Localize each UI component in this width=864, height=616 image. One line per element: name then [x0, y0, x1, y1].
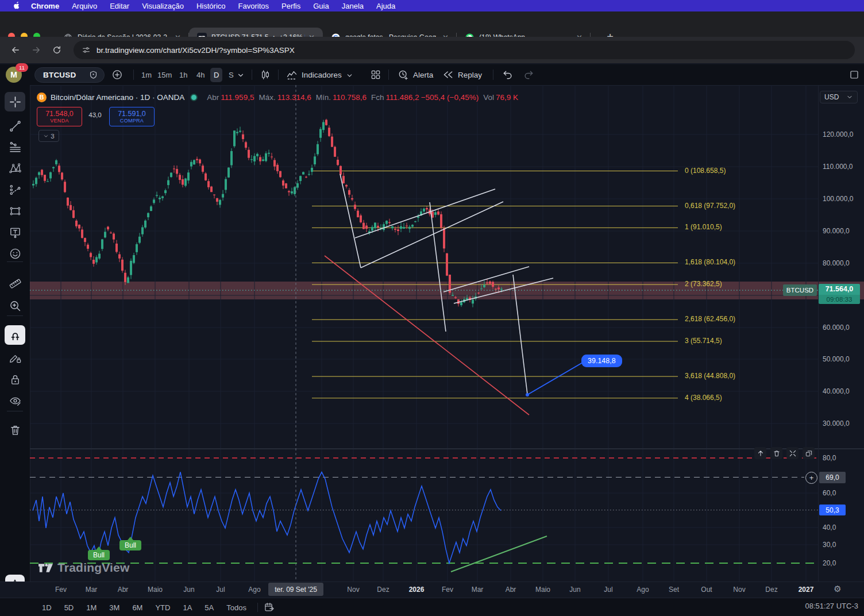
back-icon[interactable]: [10, 45, 21, 55]
macos-menu-bar: ChromeArquivoEditarVisualizaçãoHistórico…: [0, 0, 864, 11]
currency-selector[interactable]: USD: [820, 91, 858, 103]
indicators-button[interactable]: Indicadores: [286, 67, 353, 82]
flag-icon[interactable]: [88, 70, 98, 80]
layout-grid-icon[interactable]: [370, 69, 381, 80]
timeframe-4h[interactable]: 4h: [193, 68, 208, 82]
session-clock[interactable]: 08:51:27 UTC-3: [805, 602, 859, 610]
axis-price-label: 90.000,0: [823, 227, 850, 235]
tool-lock-all[interactable]: [5, 369, 25, 389]
fib-level-label[interactable]: 3 (55.714,5): [685, 337, 722, 345]
reload-icon[interactable]: [52, 45, 62, 55]
timeframe-1h[interactable]: 1h: [176, 68, 191, 82]
apple-icon[interactable]: [13, 2, 21, 10]
restore-pane-button[interactable]: [803, 447, 815, 459]
compare-add-icon[interactable]: [111, 69, 123, 80]
tool-forecast[interactable]: [5, 180, 25, 199]
maximize-pane-button[interactable]: [786, 447, 799, 459]
menu-item-ajuda[interactable]: Ajuda: [376, 2, 395, 10]
tool-emoji[interactable]: [5, 244, 25, 263]
range-3m[interactable]: 3M: [105, 602, 124, 614]
target-price-label[interactable]: 39.148,8: [581, 355, 622, 367]
replay-button[interactable]: Replay: [442, 67, 482, 82]
site-info-icon[interactable]: [82, 45, 91, 55]
tool-hide-drawings[interactable]: [5, 391, 25, 410]
tool-pencil-lock[interactable]: [5, 348, 25, 367]
fib-level-label[interactable]: 0 (108.658,5): [685, 167, 726, 175]
bull-signal-label[interactable]: Bull: [88, 550, 110, 560]
add-alert-plus-icon[interactable]: +: [805, 472, 817, 484]
alert-button[interactable]: Alerta: [398, 67, 433, 82]
tool-ruler[interactable]: [5, 274, 25, 293]
bitcoin-icon: B: [37, 93, 47, 102]
range-todos[interactable]: Todos: [222, 602, 250, 614]
timeframe-1m[interactable]: 1m: [138, 68, 155, 82]
fib-level-label[interactable]: 2,618 (62.456,0): [685, 315, 735, 323]
symbol-search-box[interactable]: BTCUSD: [34, 67, 105, 83]
menu-item-perfis[interactable]: Perfis: [281, 2, 300, 10]
menu-item-janela[interactable]: Janela: [342, 2, 364, 10]
menu-item-chrome[interactable]: Chrome: [31, 2, 59, 10]
fib-level-label[interactable]: 1 (91.010,5): [685, 223, 722, 231]
tool-rectangle[interactable]: [5, 201, 25, 221]
currency-value: USD: [824, 93, 839, 101]
bottom-toolbar: 1D5D1M3M6MYTD1A5ATodos: [0, 598, 864, 616]
move-pane-up-button[interactable]: [754, 447, 766, 459]
menu-item-favoritos[interactable]: Favoritos: [238, 2, 269, 10]
range-6m[interactable]: 6M: [128, 602, 146, 614]
delete-pane-button[interactable]: [770, 447, 782, 459]
undo-icon[interactable]: [502, 69, 514, 80]
fib-level-label[interactable]: 0,618 (97.752,0): [685, 202, 735, 210]
fib-level-label[interactable]: 1,618 (80.104,0): [685, 258, 735, 266]
timeframe-D[interactable]: D: [210, 68, 222, 82]
menu-item-editar[interactable]: Editar: [110, 2, 129, 10]
tool-crosshair[interactable]: [5, 92, 25, 111]
menu-item-histórico[interactable]: Histórico: [196, 2, 226, 10]
timeframe-S[interactable]: S: [225, 68, 237, 82]
address-bar[interactable]: br.tradingview.com/chart/Xi5cv2DH/?symbo…: [74, 41, 855, 59]
forward-icon[interactable]: [31, 45, 41, 55]
price-axis[interactable]: [818, 85, 864, 598]
high-value: 113.314,6: [277, 93, 311, 102]
replay-icon: [442, 69, 454, 80]
redo-icon[interactable]: [523, 69, 534, 80]
go-to-date-icon[interactable]: [264, 602, 275, 613]
text-tool-icon: [9, 226, 22, 239]
chevron-down-icon[interactable]: [237, 71, 245, 79]
buy-button[interactable]: 71.591,0 COMPRA: [109, 107, 155, 126]
tool-xabcd-pattern[interactable]: [5, 159, 25, 178]
menu-item-arquivo[interactable]: Arquivo: [72, 2, 97, 10]
range-5d[interactable]: 5D: [60, 602, 78, 614]
tool-text-tool[interactable]: [5, 222, 25, 242]
gear-icon[interactable]: ⚙: [832, 583, 843, 595]
chart-style-icon[interactable]: [260, 69, 271, 80]
tool-zoom-in[interactable]: [5, 296, 25, 315]
menu-item-visualização[interactable]: Visualização: [142, 2, 184, 10]
symbol-legend[interactable]: B Bitcoin/Dólar Americano · 1D · OANDA A…: [37, 92, 518, 102]
bull-signal-label[interactable]: Bull: [119, 540, 141, 550]
tool-trend-line[interactable]: [5, 116, 25, 136]
axis-price-label: 80,0: [823, 454, 836, 462]
symbol-name: BTCUSD: [43, 71, 76, 79]
axis-price-label: 20,0: [823, 559, 836, 567]
range-1m[interactable]: 1M: [82, 602, 101, 614]
tool-magnet[interactable]: [5, 325, 25, 345]
fib-level-label[interactable]: 4 (38.066,5): [685, 394, 722, 402]
tradingview-watermark: TradingView: [38, 561, 130, 575]
object-tree-button[interactable]: 3: [38, 130, 59, 142]
fib-level-label[interactable]: 2 (73.362,5): [685, 280, 722, 288]
range-ytd[interactable]: YTD: [151, 602, 174, 614]
trend-line-icon: [9, 120, 22, 133]
fullscreen-icon[interactable]: [849, 70, 859, 80]
restore-icon: [805, 449, 813, 457]
sell-button[interactable]: 71.548,0 VENDA: [37, 107, 82, 126]
timeframe-15m[interactable]: 15m: [154, 68, 175, 82]
range-1a[interactable]: 1A: [179, 602, 196, 614]
fib-level-label[interactable]: 3,618 (44.808,0): [685, 372, 735, 380]
menu-item-guia[interactable]: Guia: [313, 2, 329, 10]
market-status-dot: [190, 94, 198, 101]
tool-fib-retracement[interactable]: [5, 137, 25, 157]
pane-controls: [754, 447, 815, 459]
tool-remove-drawings[interactable]: [5, 420, 25, 440]
range-5a[interactable]: 5A: [200, 602, 218, 614]
range-1d[interactable]: 1D: [38, 602, 56, 614]
